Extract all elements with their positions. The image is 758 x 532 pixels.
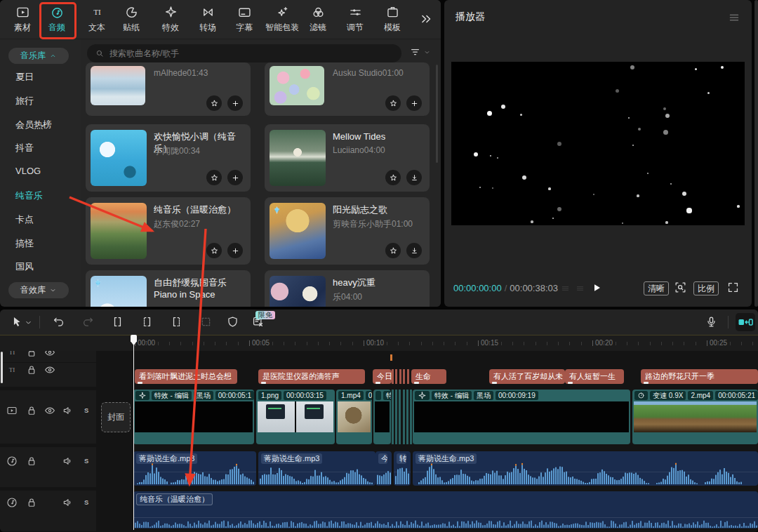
audio-clip[interactable]: 蒋勋说生命.mp3 — [133, 451, 256, 486]
sound-effects-dropdown[interactable]: 音效库 — [8, 282, 69, 298]
solo-icon[interactable]: S — [80, 404, 93, 417]
music-card-4[interactable]: Mellow TidesLuciiano04:00 — [265, 124, 430, 192]
toolbar-item-audio[interactable]: 音频 — [38, 4, 76, 36]
text-clip[interactable]: 生命 — [411, 369, 446, 384]
sidebar-item-2[interactable]: 旅行 — [15, 95, 34, 107]
video-clip[interactable]: 1.mp400 — [336, 390, 372, 444]
sidebar-item-4[interactable]: 抖音 — [15, 142, 34, 154]
quality-button[interactable]: 清晰 — [644, 281, 669, 295]
music-card-7[interactable]: 自由舒缓氛围音乐 Piano in Space — [86, 270, 251, 307]
filter-chevron-icon[interactable] — [423, 48, 431, 56]
video-clip-fragments[interactable] — [392, 390, 412, 444]
fullscreen-icon[interactable] — [726, 281, 740, 294]
mute-icon[interactable] — [62, 455, 74, 467]
favorite-button[interactable] — [385, 170, 401, 185]
download-button[interactable] — [406, 243, 422, 258]
video-clip[interactable]: 1.png00:00:03:15 — [256, 390, 335, 444]
music-card-5[interactable]: 纯音乐（温暖治愈）赵东俊02:27 — [86, 197, 251, 265]
select-tool-chevron-icon[interactable] — [24, 318, 33, 327]
mute-icon[interactable] — [62, 404, 74, 417]
sidebar-item-9[interactable]: 国风 — [15, 260, 34, 273]
record-mic-icon[interactable] — [705, 315, 718, 328]
audio-clip[interactable]: 转动 — [394, 451, 411, 486]
music-card-6[interactable]: 阳光励志之歌剪映音乐小助手01:00 — [265, 197, 430, 265]
music-card-2[interactable]: Ausku Studio01:00 — [265, 62, 430, 116]
audio-track-icon[interactable] — [6, 455, 18, 467]
split-keep-right-icon[interactable] — [170, 315, 183, 328]
lock-icon[interactable] — [25, 364, 38, 376]
sidebar-item-8[interactable]: 搞怪 — [15, 237, 34, 250]
split-keep-left-icon[interactable] — [140, 315, 154, 328]
preview-zoom-icon[interactable] — [674, 281, 687, 294]
visibility-icon[interactable] — [44, 404, 56, 417]
toolbar-item-media[interactable]: 素材 — [4, 4, 41, 36]
favorite-button[interactable] — [206, 243, 222, 258]
cover-button[interactable]: 封面 — [101, 402, 131, 432]
toolbar-item-sticker[interactable]: 贴纸 — [112, 4, 150, 36]
menu-icon[interactable] — [728, 11, 740, 24]
text-clip[interactable]: 今日 — [373, 369, 392, 384]
toolbar-item-captions[interactable]: 字幕 — [225, 4, 263, 36]
mask-shield-icon[interactable] — [226, 315, 239, 328]
search-input[interactable] — [87, 44, 401, 62]
toolbar-expand-icon[interactable] — [418, 11, 434, 27]
timeline-ruler[interactable]: 00:0000:0500:1000:1500:2000:25 — [0, 335, 758, 352]
audio-track-icon[interactable] — [6, 496, 18, 509]
text-track-icon[interactable]: TI — [6, 351, 18, 359]
audio-clip[interactable]: 蒋勋说生命.mp3 — [413, 451, 758, 486]
music-card-8[interactable]: heavy沉重乐04:00 — [265, 270, 430, 307]
add-to-timeline-button[interactable] — [406, 95, 422, 111]
toolbar-item-smart-pack[interactable]: 智能包装 — [263, 4, 301, 36]
lock-icon[interactable] — [25, 351, 38, 359]
text-clip-fragments[interactable] — [392, 369, 411, 384]
filter-icon[interactable] — [409, 46, 421, 58]
toolbar-item-template[interactable]: 模板 — [373, 4, 411, 36]
split-icon[interactable] — [111, 315, 124, 328]
text-clip[interactable]: 路边的野花只开一季 — [641, 369, 758, 384]
music-card-3[interactable]: 欢快愉悦小调（纯音乐）李闻陇00:34 — [86, 124, 251, 192]
favorite-button[interactable] — [206, 170, 222, 185]
add-to-timeline-button[interactable] — [227, 170, 243, 185]
music-scrollbar[interactable] — [436, 65, 438, 163]
text-clip[interactable]: 有人活了百岁却从未 — [489, 369, 565, 384]
music-card-1[interactable]: mAlhede01:43 — [86, 62, 251, 116]
solo-icon[interactable]: S — [80, 496, 93, 509]
lock-icon[interactable] — [25, 404, 38, 417]
lock-icon[interactable] — [25, 496, 38, 509]
toolbar-item-text[interactable]: TI文本 — [78, 4, 116, 36]
select-tool-icon[interactable] — [10, 315, 23, 328]
music-clip[interactable]: 纯音乐（温暖治愈） — [133, 491, 758, 528]
audio-clip[interactable]: 蒋勋说生命.mp3 — [258, 451, 375, 486]
text-track-icon[interactable]: TI — [6, 364, 18, 376]
text-clip[interactable]: 是医院里仪器的滴答声 — [258, 369, 365, 384]
toolbar-item-transition[interactable]: 转场 — [189, 4, 227, 36]
visibility-icon[interactable] — [44, 351, 56, 359]
sidebar-item-3[interactable]: 会员热榜 — [15, 119, 52, 131]
track-link-toggle[interactable] — [736, 313, 755, 331]
text-clip[interactable]: 看到落叶飘进泥土时总会想 — [135, 369, 237, 384]
favorite-button[interactable] — [385, 95, 401, 111]
favorite-button[interactable] — [206, 95, 222, 111]
toolbar-item-effects[interactable]: 特效 — [152, 4, 190, 36]
undo-icon[interactable] — [52, 315, 65, 328]
audio-clip[interactable]: 今日 — [375, 451, 392, 486]
lock-icon[interactable] — [25, 455, 38, 467]
video-track-icon[interactable] — [6, 404, 18, 417]
music-library-dropdown[interactable]: 音乐库 — [8, 48, 69, 64]
video-clip[interactable]: 变速 0.9X2.mp400:00:05:21 — [632, 390, 758, 444]
sidebar-item-6[interactable]: 纯音乐 — [15, 189, 43, 202]
sidebar-item-5[interactable]: VLOG — [15, 166, 41, 176]
video-clip[interactable]: 特效 - 编辑黑场00:00:05:1 — [133, 390, 254, 444]
sidebar-item-1[interactable]: 夏日 — [15, 71, 34, 84]
add-to-timeline-button[interactable] — [227, 243, 243, 258]
mute-icon[interactable] — [62, 496, 74, 509]
text-clip[interactable]: 有人短暂一生 — [565, 369, 624, 384]
visibility-icon[interactable] — [44, 364, 56, 376]
add-to-timeline-button[interactable] — [227, 95, 243, 111]
video-clip[interactable]: 特 — [373, 390, 391, 444]
toolbar-item-adjust[interactable]: 调节 — [336, 4, 374, 36]
toolbar-item-filter[interactable]: 滤镜 — [299, 4, 337, 36]
solo-icon[interactable]: S — [80, 455, 93, 467]
favorite-button[interactable] — [385, 243, 401, 258]
track-scrollbar[interactable] — [1, 352, 3, 383]
